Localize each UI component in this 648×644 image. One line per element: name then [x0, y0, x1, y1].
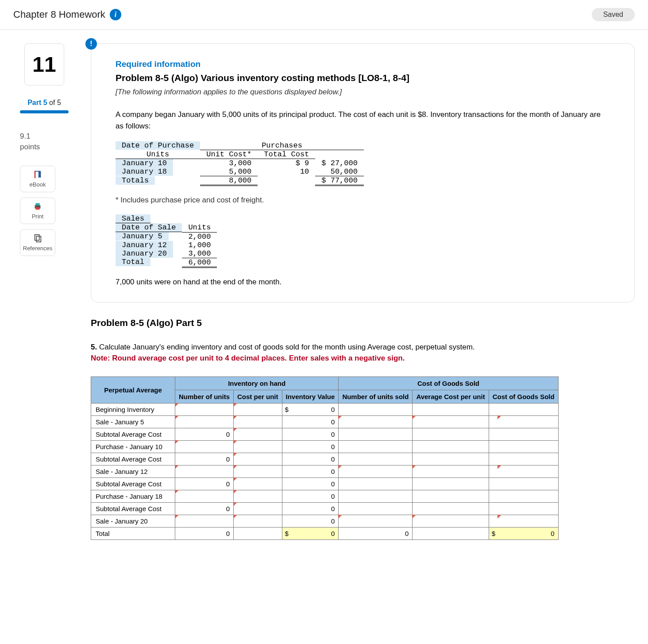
page-title: Chapter 8 Homework	[13, 9, 105, 20]
inp-r7-cpu[interactable]	[253, 492, 279, 500]
end-units: 7,000 units were on hand at the end of t…	[116, 278, 610, 287]
progress-bar	[20, 110, 69, 113]
inp-r9-cogs[interactable]	[529, 517, 555, 525]
references-button[interactable]: References	[20, 229, 55, 256]
row-sale-jan5: Sale - January 5 0	[91, 415, 559, 428]
inp-r1-cpu[interactable]	[253, 418, 279, 426]
inp-r6-cpu[interactable]	[253, 480, 279, 488]
svg-rect-5	[36, 237, 41, 242]
inp-r9-cpu[interactable]	[253, 517, 279, 525]
inp-r5-cogs[interactable]	[529, 467, 555, 476]
inp-r1-cogs[interactable]	[529, 418, 555, 426]
svg-rect-0	[35, 171, 36, 178]
row-sub4: Subtotal Average Cost 0 0	[91, 502, 559, 515]
row-sub1: Subtotal Average Cost 0 0	[91, 428, 559, 440]
inp-r9-avg[interactable]	[459, 517, 486, 525]
header-bar: Chapter 8 Homework i Saved	[0, 0, 648, 30]
problem-description: A company began January with 5,000 units…	[116, 109, 610, 132]
inp-r5-cpu[interactable]	[253, 467, 279, 476]
inp-r9-sold[interactable]	[383, 517, 409, 525]
required-heading: Required information	[116, 59, 610, 69]
book-icon	[33, 170, 42, 179]
info-icon[interactable]: i	[110, 9, 121, 20]
part-indicator: Part 5 of 5	[27, 99, 61, 107]
question-number-card[interactable]: 11	[24, 43, 64, 85]
copy-icon	[33, 233, 42, 243]
svg-rect-3	[35, 207, 39, 210]
ebook-button[interactable]: eBook	[20, 166, 55, 192]
inp-r5-units[interactable]	[204, 467, 231, 476]
row-sub2: Subtotal Average Cost 0 0	[91, 453, 559, 465]
inp-r4-cpu[interactable]	[253, 455, 279, 463]
row-purch-jan10: Purchase - January 10 0	[91, 440, 559, 453]
row-sale-jan20: Sale - January 20 0	[91, 515, 559, 527]
sidebar: 11 Part 5 of 5 9.1points eBook Print Ref…	[13, 43, 75, 540]
points-display: 9.1points	[13, 131, 75, 152]
inp-r5-sold[interactable]	[383, 467, 409, 476]
row-sale-jan12: Sale - January 12 0	[91, 465, 559, 477]
part5-title: Problem 8-5 (Algo) Part 5	[91, 318, 635, 328]
row-total: Total 0 $0 0 $0	[91, 527, 559, 539]
question-number: 11	[32, 52, 56, 77]
problem-title: Problem 8-5 (Algo) Various inventory cos…	[116, 73, 610, 83]
inp-r2-cpu[interactable]	[253, 430, 279, 438]
required-info-card: ! Required information Problem 8-5 (Algo…	[91, 43, 635, 303]
inp-r0-cpu[interactable]	[253, 405, 279, 414]
footnote: * Includes purchase price and cost of fr…	[116, 196, 610, 205]
row-sub3: Subtotal Average Cost 0 0	[91, 477, 559, 490]
printer-icon	[33, 202, 42, 211]
inp-r8-cpu[interactable]	[253, 504, 279, 513]
print-button[interactable]: Print	[20, 198, 55, 224]
inp-r1-avg[interactable]	[459, 418, 486, 426]
sales-table: Sales Date of Sale Units January 52,000 …	[116, 214, 610, 268]
saved-badge: Saved	[592, 8, 635, 21]
inp-r3-cpu[interactable]	[253, 442, 279, 451]
purchases-table: Date of Purchase Purchases Units Unit Co…	[116, 141, 610, 186]
svg-rect-4	[35, 235, 39, 241]
inp-r1-sold[interactable]	[383, 418, 409, 426]
row-purch-jan18: Purchase - January 18 0	[91, 490, 559, 502]
instructions: 5. Calculate January's ending inventory …	[91, 341, 635, 364]
inp-r9-units[interactable]	[204, 517, 231, 525]
answer-table: Perpetual Average Inventory on hand Cost…	[91, 376, 635, 540]
row-beginning: Beginning Inventory $0	[91, 403, 559, 415]
applies-note: [The following information applies to th…	[116, 88, 610, 97]
inp-r3-units[interactable]	[204, 442, 231, 451]
alert-icon: !	[85, 38, 97, 50]
inp-r0-units[interactable]	[204, 405, 231, 414]
inp-r5-avg[interactable]	[459, 467, 486, 476]
svg-rect-2	[35, 203, 39, 206]
inp-r7-units[interactable]	[204, 492, 231, 500]
inp-r1-units[interactable]	[204, 418, 231, 426]
